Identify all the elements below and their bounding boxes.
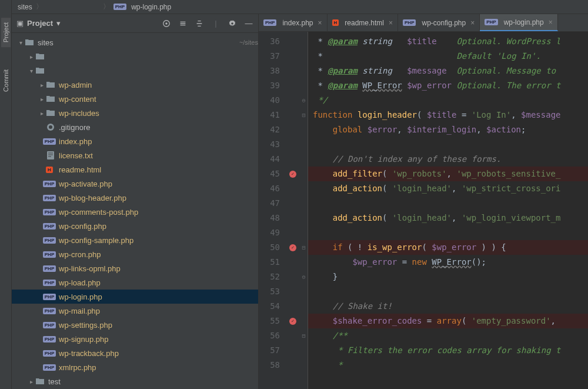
code-line[interactable]: add_filter( 'wp_robots', 'wp_robots_sens… (308, 167, 588, 181)
line-number[interactable]: 58 (259, 358, 286, 373)
breakpoint-slot[interactable] (286, 78, 300, 93)
breakpoint-slot[interactable] (286, 328, 300, 343)
breakpoint-icon[interactable] (289, 244, 296, 251)
fold-toggle[interactable]: ⊖ (300, 270, 308, 284)
code-line[interactable]: * Filters the error codes array for shak… (308, 343, 588, 358)
tree-row-wp-login.php[interactable]: PHPwp-login.php (12, 290, 258, 304)
line-number[interactable]: 41 (259, 108, 286, 122)
breakpoint-slot[interactable] (286, 167, 300, 181)
close-icon[interactable]: × (470, 19, 475, 27)
tree-row-wp-config-sample.php[interactable]: PHPwp-config-sample.php (12, 233, 258, 247)
editor-body[interactable]: 3637383940414243444546474849505152535455… (259, 32, 588, 389)
code-line[interactable]: * @param string $title Optional. WordPre… (308, 34, 588, 49)
line-number[interactable]: 45 (259, 167, 286, 181)
line-number[interactable]: 39 (259, 78, 286, 93)
tree-row-wp-comments-post.php[interactable]: PHPwp-comments-post.php (12, 205, 258, 219)
tree-row-wp-settings.php[interactable]: PHPwp-settings.php (12, 318, 258, 332)
breakpoint-slot[interactable] (286, 225, 300, 240)
breakpoint-slot[interactable] (286, 49, 300, 64)
breakpoint-slot[interactable] (286, 152, 300, 167)
line-number[interactable]: 48 (259, 211, 286, 225)
tree-row-wp-links-opml.php[interactable]: PHPwp-links-opml.php (12, 261, 258, 275)
code-line[interactable] (308, 284, 588, 299)
tree-row-[interactable]: ▸ (12, 49, 258, 64)
breakpoint-icon[interactable] (289, 171, 296, 178)
code-line[interactable]: $shake_error_codes = array( 'empty_passw… (308, 314, 588, 328)
tree-row-wp-trackback.php[interactable]: PHPwp-trackback.php (12, 346, 258, 360)
tree-row-wp-config.php[interactable]: PHPwp-config.php (12, 219, 258, 233)
expand-all-icon[interactable] (178, 19, 188, 28)
breakpoint-gutter[interactable] (286, 32, 300, 389)
close-icon[interactable]: × (318, 19, 322, 27)
breakpoint-slot[interactable] (286, 108, 300, 122)
project-tree[interactable]: ▾sites~/sites▸▾▸wp-admin▸wp-content▸wp-i… (12, 33, 258, 389)
minimize-icon[interactable]: — (244, 19, 253, 28)
line-number[interactable]: 44 (259, 152, 286, 167)
breakpoint-slot[interactable] (286, 181, 300, 196)
line-number[interactable]: 46 (259, 181, 286, 196)
breakpoint-slot[interactable] (286, 343, 300, 358)
breakpoint-slot[interactable] (286, 255, 300, 270)
code-line[interactable]: add_action( 'login_head', 'wp_strict_cro… (308, 181, 588, 196)
tree-row-[interactable]: ▾ (12, 64, 258, 78)
tree-row-sites[interactable]: ▾sites~/sites (12, 35, 258, 49)
code-line[interactable] (308, 196, 588, 211)
line-number[interactable]: 47 (259, 196, 286, 211)
editor-tab-index.php[interactable]: PHPindex.php× (259, 14, 328, 31)
chevron-icon[interactable]: ▸ (38, 96, 46, 102)
line-number[interactable]: 49 (259, 225, 286, 240)
fold-toggle[interactable]: ⊟ (300, 240, 308, 255)
fold-toggle[interactable]: ⊖ (300, 93, 308, 108)
breakpoint-slot[interactable] (286, 137, 300, 152)
line-number[interactable]: 42 (259, 122, 286, 137)
breakpoint-slot[interactable] (286, 122, 300, 137)
chevron-icon[interactable]: ▸ (38, 82, 46, 88)
breakpoint-slot[interactable] (286, 270, 300, 284)
editor-tab-readme.html[interactable]: Hreadme.html× (328, 14, 399, 31)
code-line[interactable]: add_action( 'login_head', 'wp_login_view… (308, 211, 588, 225)
tree-row-wp-mail.php[interactable]: PHPwp-mail.php (12, 304, 258, 318)
line-number-gutter[interactable]: 3637383940414243444546474849505152535455… (259, 32, 286, 389)
code-line[interactable]: if ( ! is_wp_error( $wp_error ) ) { (308, 240, 588, 255)
tree-row-readme.html[interactable]: Hreadme.html (12, 162, 258, 177)
chevron-down-icon[interactable]: ▾ (56, 19, 61, 28)
breakpoint-slot[interactable] (286, 93, 300, 108)
close-icon[interactable]: × (549, 18, 553, 26)
chevron-icon[interactable]: ▸ (38, 110, 46, 117)
fold-toggle[interactable]: ⊟ (300, 328, 308, 343)
breadcrumb-root[interactable]: sites (18, 3, 32, 11)
breakpoint-slot[interactable] (286, 358, 300, 373)
breakpoint-slot[interactable] (286, 314, 300, 328)
tree-row-wp-load.php[interactable]: PHPwp-load.php (12, 275, 258, 290)
tree-row-.gitignore[interactable]: .gitignore (12, 120, 258, 134)
tree-row-wp-signup.php[interactable]: PHPwp-signup.php (12, 332, 258, 346)
collapse-all-icon[interactable] (195, 19, 204, 28)
code-line[interactable]: /** (308, 328, 588, 343)
line-number[interactable]: 43 (259, 137, 286, 152)
project-tool-tab[interactable]: Project (1, 18, 11, 47)
code-line[interactable]: } (308, 270, 588, 284)
tree-row-wp-includes[interactable]: ▸wp-includes (12, 106, 258, 120)
tree-row-wp-cron.php[interactable]: PHPwp-cron.php (12, 247, 258, 261)
tree-row-index.php[interactable]: PHPindex.php (12, 134, 258, 148)
tree-row-test[interactable]: ▸test (12, 374, 258, 388)
tree-row-wp-content[interactable]: ▸wp-content (12, 92, 258, 106)
chevron-icon[interactable]: ▾ (27, 68, 35, 74)
line-number[interactable]: 56 (259, 328, 286, 343)
tree-row-xmlrpc.php[interactable]: PHPxmlrpc.php (12, 360, 258, 374)
code-line[interactable]: * (308, 358, 588, 373)
chevron-icon[interactable]: ▸ (27, 378, 35, 385)
code-line[interactable]: global $error, $interim_login, $action; (308, 122, 588, 137)
code-line[interactable]: * Default 'Log In'. (308, 49, 588, 64)
breakpoint-slot[interactable] (286, 196, 300, 211)
line-number[interactable]: 57 (259, 343, 286, 358)
breadcrumb-file[interactable]: PHP wp-login.php (113, 3, 172, 11)
code-line[interactable] (308, 225, 588, 240)
editor-tab-wp-login.php[interactable]: PHPwp-login.php× (480, 14, 558, 31)
tree-row-license.txt[interactable]: license.txt (12, 148, 258, 162)
line-number[interactable]: 53 (259, 284, 286, 299)
fold-toggle[interactable]: ⊟ (300, 108, 308, 122)
line-number[interactable]: 36 (259, 34, 286, 49)
line-number[interactable]: 52 (259, 270, 286, 284)
breakpoint-icon[interactable] (289, 318, 296, 325)
